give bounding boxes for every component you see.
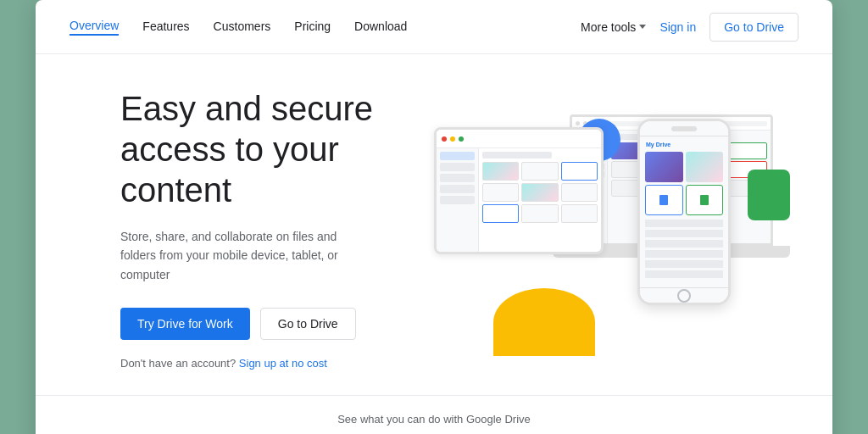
phone-notch [671,126,697,131]
nav-overview[interactable]: Overview [70,19,119,36]
hero-section: Easy and secure access to your content S… [36,54,832,395]
phone-content: My Drive [640,136,728,287]
app-window: Overview Features Customers Pricing Down… [36,0,832,434]
nav-customers[interactable]: Customers [214,19,271,35]
go-to-drive-button[interactable]: Go to Drive [709,13,798,42]
hero-title: Easy and secure access to your content [120,88,409,210]
hero-subtitle: Store, share, and collaborate on files a… [120,227,358,284]
hero-go-to-drive-button[interactable]: Go to Drive [260,308,356,340]
nav-right: More tools Sign in Go to Drive [581,13,798,42]
nav-download[interactable]: Download [354,19,407,35]
accent-green [748,170,790,220]
tablet-sidebar [437,148,479,252]
more-tools-button[interactable]: More tools [581,20,646,34]
tablet-main [479,148,601,252]
phone-home-button [677,289,691,303]
hero-signup: Don't have an account? Sign up at no cos… [120,357,409,370]
accent-yellow [493,288,595,356]
nav: Overview Features Customers Pricing Down… [36,0,832,54]
sign-in-button[interactable]: Sign in [659,20,696,34]
more-tools-label: More tools [581,20,636,34]
phone-bottom [640,287,728,303]
signup-text: Don't have an account? [120,357,236,370]
see-more-section: See what you can do with Google Drive [36,395,832,434]
phone-my-drive: My Drive [643,140,725,149]
signup-link[interactable]: Sign up at no cost [239,357,327,370]
chevron-down-icon [639,25,646,29]
try-drive-button[interactable]: Try Drive for Work [120,308,250,340]
hero-text: Easy and secure access to your content S… [120,88,409,370]
nav-links: Overview Features Customers Pricing Down… [70,19,581,36]
tablet-mockup [434,127,604,254]
hero-devices: My Drive [426,102,798,356]
see-more-text: See what you can do with Google Drive [36,413,832,426]
phone-mockup: My Drive [637,119,731,305]
hero-buttons: Try Drive for Work Go to Drive [120,308,409,340]
nav-pricing[interactable]: Pricing [294,19,331,35]
tablet-header [437,130,601,148]
tablet-content [437,148,601,252]
nav-features[interactable]: Features [142,19,189,35]
phone-top [640,121,728,136]
